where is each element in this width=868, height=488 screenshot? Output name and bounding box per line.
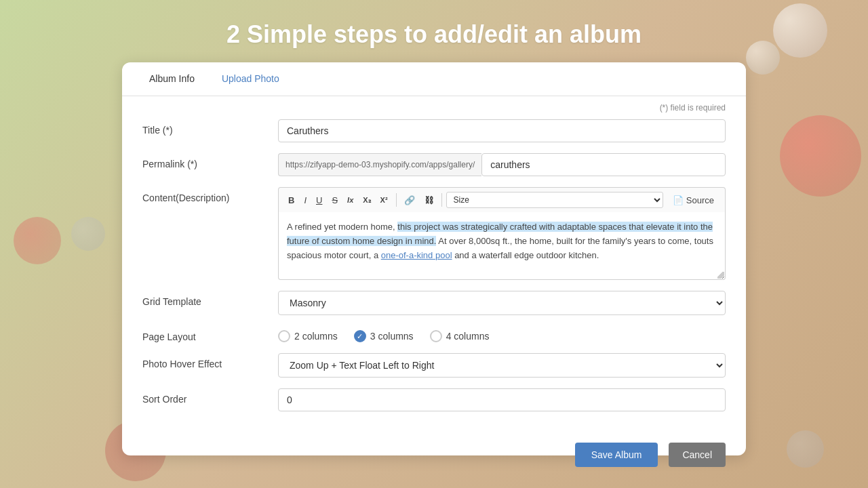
editor-content[interactable]: A refined yet modern home, this project … (278, 212, 726, 280)
form-actions: Save Album Cancel (122, 436, 746, 481)
editor-toolbar: B I U S Ix X₂ X² 🔗 ⛓ Size 📄 (278, 187, 726, 212)
title-row: Title (*) (142, 119, 726, 142)
page-title: 2 Simple steps to add/edit an album (0, 0, 868, 62)
radio-4-columns-label: 4 columns (446, 331, 490, 342)
decorative-bubble-1 (773, 3, 827, 58)
editor-wrapper: A refined yet modern home, this project … (278, 212, 726, 280)
form-body: Title (*) Permalink (*) https://zifyapp-… (122, 116, 746, 436)
title-input[interactable] (278, 119, 726, 142)
bold-button[interactable]: B (284, 193, 298, 207)
permalink-input[interactable] (481, 153, 726, 176)
editor-resize-handle[interactable] (717, 272, 724, 279)
source-label: Source (686, 195, 714, 205)
photo-hover-label: Photo Hover Effect (142, 353, 278, 369)
decorative-bubble-7 (787, 430, 824, 468)
radio-3-columns-indicator: ✓ (354, 330, 366, 342)
content-row: Content(Description) B I U S Ix X₂ X² 🔗 … (142, 187, 726, 280)
radio-group: 2 columns ✓ 3 columns 4 columns (278, 326, 726, 342)
source-button[interactable]: 📄 Source (667, 193, 719, 207)
radio-4-columns[interactable]: 4 columns (430, 330, 490, 342)
tab-album-info[interactable]: Album Info (136, 62, 208, 96)
sort-order-row: Sort Order (142, 388, 726, 411)
decorative-bubble-2 (746, 41, 780, 75)
content-control: B I U S Ix X₂ X² 🔗 ⛓ Size 📄 (278, 187, 726, 280)
tab-upload-photo[interactable]: Upload Photo (208, 62, 293, 96)
radio-2-columns-label: 2 columns (294, 331, 338, 342)
radio-2-columns[interactable]: 2 columns (278, 330, 338, 342)
source-icon: 📄 (673, 195, 684, 205)
underline-button[interactable]: U (312, 193, 326, 207)
permalink-label: Permalink (*) (142, 153, 278, 169)
title-control (278, 119, 726, 142)
radio-3-columns[interactable]: ✓ 3 columns (354, 330, 414, 342)
subscript-button[interactable]: X₂ (359, 194, 374, 207)
cancel-button[interactable]: Cancel (669, 443, 726, 467)
page-layout-control: 2 columns ✓ 3 columns 4 columns (278, 326, 726, 342)
strikethrough-button[interactable]: S (328, 193, 342, 207)
sort-order-control (278, 388, 726, 411)
sort-order-label: Sort Order (142, 388, 278, 405)
radio-4-columns-indicator (430, 330, 442, 342)
radio-3-columns-label: 3 columns (370, 331, 414, 342)
sort-order-input[interactable] (278, 388, 726, 411)
grid-template-label: Grid Template (142, 291, 278, 307)
decorative-bubble-6 (14, 217, 61, 264)
radio-2-columns-indicator (278, 330, 290, 342)
link-button[interactable]: 🔗 (400, 193, 419, 207)
photo-hover-select[interactable]: Zoom Up + Text Float Left to Right Fade … (278, 353, 726, 378)
font-size-select[interactable]: Size (446, 192, 663, 208)
tabs-container: Album Info Upload Photo (122, 62, 746, 96)
permalink-control: https://zifyapp-demo-03.myshopify.com/ap… (278, 153, 726, 176)
italic-button[interactable]: I (300, 193, 311, 207)
save-album-button[interactable]: Save Album (575, 443, 658, 467)
photo-hover-row: Photo Hover Effect Zoom Up + Text Float … (142, 353, 726, 378)
album-form-card: Album Info Upload Photo (*) field is req… (122, 62, 746, 455)
decorative-bubble-5 (71, 217, 105, 251)
unlink-button[interactable]: ⛓ (420, 193, 437, 207)
grid-template-row: Grid Template Masonry Grid Justified Cas… (142, 291, 726, 315)
page-layout-row: Page Layout 2 columns ✓ 3 columns 4 colu… (142, 326, 726, 342)
grid-template-control: Masonry Grid Justified Cascading Grid (278, 291, 726, 315)
clear-format-button[interactable]: Ix (343, 194, 357, 206)
page-layout-label: Page Layout (142, 326, 278, 342)
required-note: (*) field is required (122, 96, 746, 116)
content-label: Content(Description) (142, 187, 278, 203)
permalink-prefix: https://zifyapp-demo-03.myshopify.com/ap… (278, 153, 481, 176)
decorative-bubble-3 (780, 115, 861, 197)
photo-hover-control: Zoom Up + Text Float Left to Right Fade … (278, 353, 726, 378)
superscript-button[interactable]: X² (376, 194, 392, 206)
grid-template-select[interactable]: Masonry Grid Justified Cascading Grid (278, 291, 726, 315)
permalink-row: Permalink (*) https://zifyapp-demo-03.my… (142, 153, 726, 176)
title-label: Title (*) (142, 119, 278, 136)
